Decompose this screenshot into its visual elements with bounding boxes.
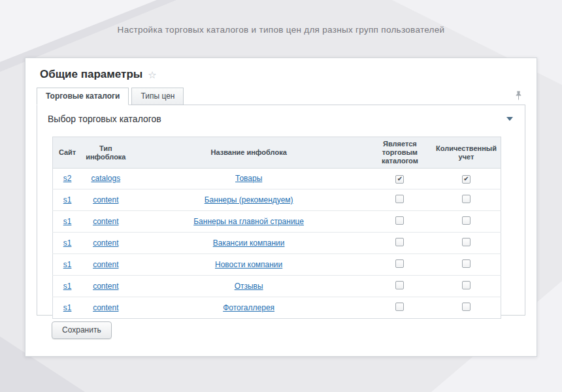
header-iblock-type: Тип инфоблока: [82, 137, 129, 169]
is-trade-catalog-checkbox[interactable]: [395, 238, 404, 246]
page-subtitle: Настройка торговых каталогов и типов цен…: [0, 25, 562, 35]
table-row: s1 content Вакансии компании: [53, 232, 501, 253]
quantity-accounting-checkbox[interactable]: [462, 195, 471, 203]
tab-trade-catalogs[interactable]: Торговые каталоги: [37, 88, 129, 105]
iblock-name-link[interactable]: Вакансии компании: [213, 238, 285, 248]
iblock-type-link[interactable]: content: [93, 238, 118, 248]
quantity-accounting-checkbox[interactable]: [462, 281, 471, 289]
iblock-name-link[interactable]: Фотогаллерея: [223, 303, 274, 312]
catalog-table: Сайт Тип инфоблока Название инфоблока Яв…: [52, 137, 501, 319]
section-title: Выбор торговых каталогов: [48, 114, 161, 124]
catalog-table-body: s2 catalogs Товары s1 content Баннеры (р…: [53, 169, 501, 319]
iblock-type-link[interactable]: content: [93, 260, 118, 269]
table-row: s1 content Баннеры (рекомендуем): [53, 189, 501, 210]
tab-price-types[interactable]: Типы цен: [131, 88, 184, 105]
is-trade-catalog-checkbox[interactable]: [395, 259, 404, 268]
iblock-name-link[interactable]: Отзывы: [235, 282, 263, 291]
table-header-row: Сайт Тип инфоблока Название инфоблока Яв…: [53, 137, 501, 169]
save-button[interactable]: Сохранить: [52, 321, 112, 339]
iblock-type-link[interactable]: content: [93, 195, 118, 204]
table-row: s1 content Баннеры на главной странице: [53, 210, 501, 232]
iblock-type-link[interactable]: content: [93, 217, 118, 226]
is-trade-catalog-checkbox[interactable]: [395, 302, 404, 311]
table-row: s1 content Отзывы: [53, 275, 501, 297]
iblock-name-link[interactable]: Товары: [235, 174, 262, 183]
is-trade-catalog-checkbox[interactable]: [395, 216, 404, 225]
site-link[interactable]: s2: [63, 174, 72, 183]
quantity-accounting-checkbox[interactable]: [462, 302, 471, 311]
iblock-type-link[interactable]: catalogs: [91, 174, 120, 183]
site-link[interactable]: s1: [63, 303, 72, 312]
header-site: Сайт: [53, 137, 82, 169]
quantity-accounting-checkbox[interactable]: [462, 238, 471, 246]
quantity-accounting-checkbox[interactable]: [462, 216, 471, 225]
page-title: Общие параметры: [40, 68, 142, 81]
section-header: Выбор торговых каталогов: [37, 105, 525, 132]
card-title-row: Общие параметры ☆: [25, 58, 537, 88]
iblock-name-link[interactable]: Баннеры (рекомендуем): [205, 195, 293, 204]
table-row: s1 content Фотогаллерея: [53, 297, 501, 318]
site-link[interactable]: s1: [63, 282, 72, 291]
settings-card: Общие параметры ☆ Торговые каталоги Типы…: [25, 57, 537, 357]
quantity-accounting-checkbox[interactable]: [462, 259, 471, 268]
site-link[interactable]: s1: [63, 238, 72, 248]
site-link[interactable]: s1: [63, 195, 72, 204]
iblock-type-link[interactable]: content: [93, 303, 118, 312]
table-row: s2 catalogs Товары: [53, 169, 501, 189]
tab-bar: Торговые каталоги Типы цен: [25, 88, 537, 105]
is-trade-catalog-checkbox[interactable]: [395, 175, 404, 184]
button-row: Сохранить: [52, 321, 537, 339]
pin-icon[interactable]: [515, 91, 522, 103]
favorite-star-icon[interactable]: ☆: [148, 70, 156, 80]
tab-content-panel: Выбор торговых каталогов Сайт Тип инфобл…: [37, 105, 525, 316]
site-link[interactable]: s1: [63, 260, 72, 269]
is-trade-catalog-checkbox[interactable]: [395, 195, 404, 203]
collapse-arrow-icon[interactable]: [506, 117, 513, 121]
catalog-table-wrap: Сайт Тип инфоблока Название инфоблока Яв…: [52, 137, 510, 319]
table-row: s1 content Новости компании: [53, 253, 501, 275]
is-trade-catalog-checkbox[interactable]: [395, 281, 404, 289]
quantity-accounting-checkbox[interactable]: [462, 175, 471, 184]
iblock-name-link[interactable]: Баннеры на главной странице: [193, 217, 304, 226]
iblock-type-link[interactable]: content: [93, 282, 118, 291]
iblock-name-link[interactable]: Новости компании: [215, 260, 282, 269]
site-link[interactable]: s1: [63, 217, 72, 226]
header-quantity-accounting: Количественный учет: [432, 137, 501, 169]
header-iblock-name: Название инфоблока: [129, 137, 367, 169]
header-is-trade-catalog: Является торговым каталогом: [368, 137, 432, 169]
